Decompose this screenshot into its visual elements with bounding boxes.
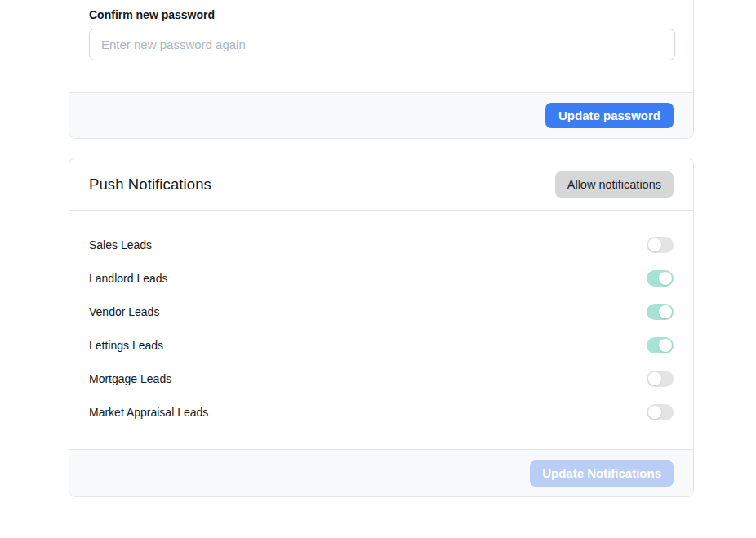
toggle-switch[interactable] <box>647 304 674 320</box>
toggle-row-mortgage-leads: Mortgage Leads <box>89 362 674 395</box>
password-card: Confirm new password Update password <box>69 0 694 139</box>
toggle-row-landlord-leads: Landlord Leads <box>89 261 674 295</box>
push-notifications-footer: Update Notifications <box>69 449 693 496</box>
toggle-row-lettings-leads: Lettings Leads <box>89 328 674 362</box>
toggle-label: Sales Leads <box>89 238 152 251</box>
push-notifications-body: Sales Leads Landlord Leads Vendor Leads … <box>69 211 693 449</box>
toggle-switch[interactable] <box>647 270 674 287</box>
toggle-label: Lettings Leads <box>89 339 163 352</box>
password-card-footer: Update password <box>69 92 693 138</box>
toggle-switch[interactable] <box>647 337 674 353</box>
toggle-knob <box>659 339 672 352</box>
toggle-switch[interactable] <box>647 237 674 253</box>
toggle-label: Mortgage Leads <box>89 372 171 385</box>
toggle-label: Landlord Leads <box>89 272 168 285</box>
toggle-switch[interactable] <box>647 371 674 387</box>
push-notifications-card: Push Notifications Allow notifications S… <box>69 158 694 497</box>
toggle-knob <box>659 272 672 285</box>
allow-notifications-button[interactable]: Allow notifications <box>555 171 674 198</box>
toggle-row-market-appraisal-leads: Market Appraisal Leads <box>89 395 674 429</box>
toggle-label: Vendor Leads <box>89 305 159 318</box>
cards-stack: Confirm new password Update password Pus… <box>69 0 694 497</box>
confirm-password-input[interactable] <box>89 29 675 60</box>
toggle-knob <box>648 372 661 385</box>
toggle-knob <box>648 238 661 251</box>
toggle-row-sales-leads: Sales Leads <box>89 228 674 261</box>
confirm-password-label: Confirm new password <box>89 8 674 21</box>
toggle-row-vendor-leads: Vendor Leads <box>89 295 674 328</box>
password-card-body: Confirm new password <box>69 0 693 92</box>
toggle-knob <box>648 406 661 419</box>
push-notifications-header: Push Notifications Allow notifications <box>69 158 693 211</box>
toggle-switch[interactable] <box>647 404 674 420</box>
push-notifications-title: Push Notifications <box>89 176 211 193</box>
toggle-label: Market Appraisal Leads <box>89 406 208 419</box>
toggle-knob <box>659 305 672 318</box>
settings-page: Confirm new password Update password Pus… <box>0 0 756 538</box>
update-password-button[interactable]: Update password <box>545 103 674 128</box>
update-notifications-button[interactable]: Update Notifications <box>530 460 674 487</box>
